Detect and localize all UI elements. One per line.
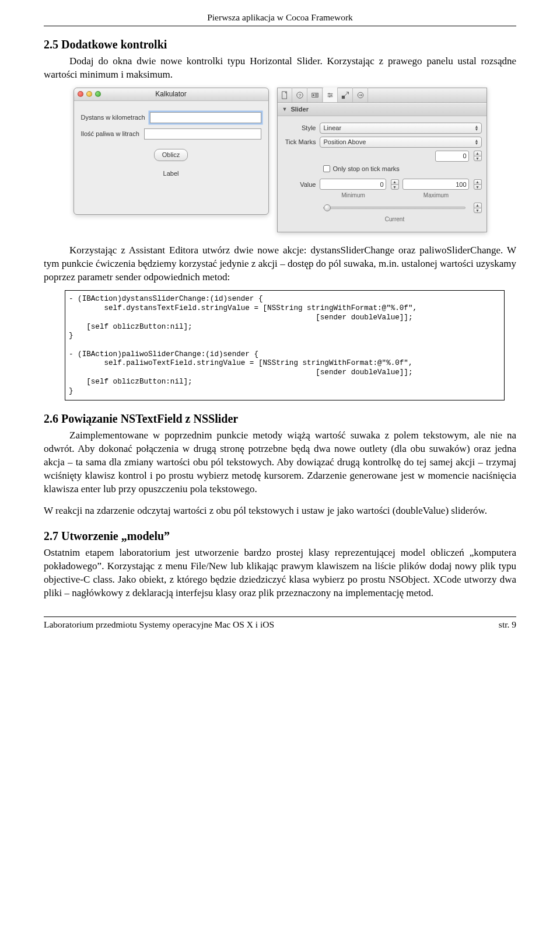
inspector-tab-identity-icon[interactable] — [308, 88, 323, 102]
screenshot-row: Kalkulator Dystans w kilometrach Ilość p… — [44, 88, 516, 233]
disclosure-triangle-icon[interactable]: ▼ — [282, 106, 288, 113]
heading-2-7: 2.7 Utworzenie „modelu” — [44, 528, 516, 544]
svg-text:?: ? — [298, 92, 301, 97]
popup-style[interactable]: Linear ▲▼ — [320, 123, 482, 134]
inspector-section-slider[interactable]: ▼ Slider — [278, 103, 487, 116]
inspector-tab-help-icon[interactable]: ? — [293, 88, 307, 102]
footer-right: str. 9 — [499, 619, 516, 631]
stepper-current[interactable]: ▲▼ — [474, 203, 482, 214]
inspector-tab-size-icon[interactable] — [338, 88, 353, 102]
footer-left: Laboratorium przedmiotu Systemy operacyj… — [44, 619, 274, 631]
para-2-5-2: Korzystając z Assistant Editora utwórz d… — [44, 244, 516, 284]
popup-style-value: Linear — [324, 124, 342, 133]
stepper-value-min[interactable]: ▲▼ — [391, 179, 399, 190]
result-label: Label — [150, 167, 191, 187]
checkbox-only-stop[interactable] — [323, 165, 330, 172]
oblicz-button[interactable]: Oblicz — [154, 149, 188, 161]
svg-rect-13 — [329, 96, 330, 97]
sublabel-current: Current — [320, 215, 470, 224]
field-tick-count[interactable]: 0 — [435, 151, 469, 162]
window-title: Kalkulator — [74, 89, 268, 99]
slider-knob[interactable] — [324, 204, 331, 211]
slider-current[interactable] — [323, 207, 466, 209]
svg-point-4 — [312, 94, 314, 96]
heading-2-5: 2.5 Dodatkowe kontrolki — [44, 37, 516, 53]
input-paliwo[interactable] — [144, 128, 261, 140]
para-2-6-2: W reakcji na zdarzenie odczytaj wartości… — [44, 504, 516, 518]
chevron-updown-icon: ▲▼ — [475, 139, 479, 145]
label-paliwo: Ilość paliwa w litrach — [81, 130, 139, 138]
svg-rect-14 — [341, 96, 344, 99]
label-only-stop: Only stop on tick marks — [333, 165, 400, 173]
heading-2-6: 2.6 Powiązanie NSTextField z NSSlider — [44, 411, 516, 427]
popup-tickmarks[interactable]: Position Above ▲▼ — [320, 137, 482, 148]
svg-rect-12 — [330, 95, 331, 96]
sublabel-maximum: Maximum — [402, 191, 470, 200]
stepper-value-max[interactable]: ▲▼ — [474, 179, 482, 190]
para-2-5-1: Dodaj do okna dwie nowe kontrolki typu H… — [44, 55, 516, 82]
label-tickmarks: Tick Marks — [282, 138, 316, 147]
input-dystans[interactable] — [150, 112, 261, 123]
page-footer: Laboratorium przedmiotu Systemy operacyj… — [44, 616, 516, 631]
window-titlebar: Kalkulator — [74, 88, 268, 101]
para-2-6-1: Zaimplementowane w poprzednim punkcie me… — [44, 429, 516, 496]
label-style: Style — [282, 124, 316, 133]
inspector-tab-file-icon[interactable] — [278, 88, 292, 102]
inspector-tab-connections-icon[interactable] — [354, 88, 368, 102]
stepper-tick-count[interactable]: ▲▼ — [474, 151, 482, 162]
field-value-max[interactable]: 100 — [402, 179, 469, 190]
code-block: - (IBAction)dystansSliderChange:(id)send… — [65, 290, 505, 400]
popup-tickmarks-value: Position Above — [324, 138, 366, 147]
inspector-panel: ? ▼ Slider Style Linear — [277, 88, 487, 233]
inspector-toolbar: ? — [278, 88, 487, 103]
kalkulator-window: Kalkulator Dystans w kilometrach Ilość p… — [74, 88, 269, 215]
para-2-7-1: Ostatnim etapem laboratorium jest utworz… — [44, 546, 516, 600]
sublabel-minimum: Minimum — [320, 191, 387, 200]
svg-rect-11 — [328, 93, 330, 94]
label-dystans: Dystans w kilometrach — [81, 113, 145, 122]
chevron-updown-icon: ▲▼ — [475, 125, 479, 131]
label-value: Value — [282, 180, 316, 189]
field-value-min[interactable]: 0 — [320, 179, 386, 190]
inspector-tab-attributes-icon[interactable] — [323, 88, 338, 102]
inspector-section-title: Slider — [290, 105, 309, 114]
page-header: Pierwsza aplikacja w Cocoa Framework — [44, 12, 516, 26]
